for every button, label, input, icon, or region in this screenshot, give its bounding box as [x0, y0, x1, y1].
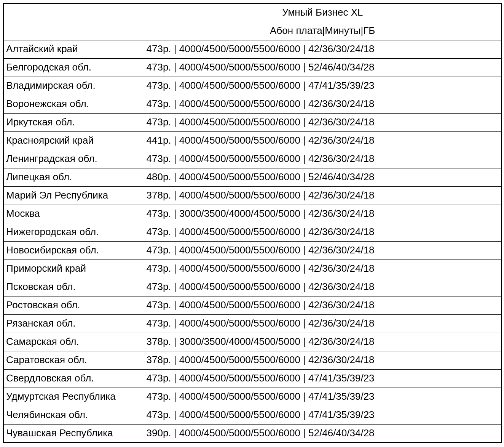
table-row: Удмуртская Республика473р. | 4000/4500/5…	[3, 388, 501, 406]
plan-cell: 473р. | 4000/4500/5000/5500/6000 | 42/36…	[144, 40, 501, 58]
minutes-value: 4000/4500/5000/5500/6000	[179, 299, 300, 311]
region-cell: Челябинская обл.	[3, 406, 144, 424]
plan-cell: 473р. | 4000/4500/5000/5500/6000 | 42/36…	[144, 260, 501, 278]
table-row: Ленинградская обл.473р. | 4000/4500/5000…	[3, 150, 501, 168]
table-row: Свердловская обл.473р. | 4000/4500/5000/…	[3, 369, 501, 388]
table-header: Умный Бизнес XL Абон плата|Минуты|ГБ	[3, 3, 501, 40]
table-row: Чувашская Республика390р. | 4000/4500/50…	[3, 424, 501, 442]
table-row: Алтайский край473р. | 4000/4500/5000/550…	[3, 40, 501, 58]
gb-value: 47/41/35/39/23	[308, 372, 375, 384]
table-row: Липецкая обл.480р. | 4000/4500/5000/5500…	[3, 168, 501, 186]
gb-value: 42/36/30/24/18	[308, 317, 375, 329]
plan-cell: 473р. | 4000/4500/5000/5500/6000 | 42/36…	[144, 95, 501, 113]
table-row: Саратовская обл.378р. | 4000/4500/5000/5…	[3, 351, 501, 369]
region-cell: Самарская обл.	[3, 333, 144, 351]
gb-value: 42/36/30/24/18	[308, 299, 375, 311]
gb-value: 42/36/30/24/18	[308, 135, 375, 146]
gb-value: 42/36/30/24/18	[308, 336, 375, 347]
minutes-value: 4000/4500/5000/5500/6000	[179, 226, 300, 237]
table-row: Псковская обл.473р. | 4000/4500/5000/550…	[3, 278, 501, 296]
price-value: 473р.	[147, 208, 171, 219]
region-cell: Удмуртская Республика	[3, 388, 144, 406]
region-cell: Воронежская обл.	[3, 95, 144, 113]
region-cell: Свердловская обл.	[3, 369, 144, 388]
minutes-value: 4000/4500/5000/5500/6000	[179, 372, 300, 384]
gb-value: 52/46/40/34/28	[308, 171, 375, 183]
price-value: 441р.	[147, 135, 171, 146]
gb-value: 52/46/40/34/28	[308, 427, 375, 439]
table-row: Владимирская обл.473р. | 4000/4500/5000/…	[3, 77, 501, 95]
gb-value: 42/36/30/24/18	[308, 153, 375, 164]
region-cell: Приморский край	[3, 260, 144, 278]
price-value: 480р.	[147, 171, 171, 183]
table-row: Иркутская обл.473р. | 4000/4500/5000/550…	[3, 113, 501, 131]
gb-value: 47/41/35/39/23	[308, 391, 375, 402]
region-cell: Липецкая обл.	[3, 168, 144, 186]
price-value: 473р.	[147, 281, 171, 292]
region-cell: Ленинградская обл.	[3, 150, 144, 168]
plan-cell: 473р. | 4000/4500/5000/5500/6000 | 42/36…	[144, 113, 501, 131]
gb-value: 42/36/30/24/18	[308, 281, 375, 292]
price-value: 473р.	[147, 409, 171, 420]
region-cell: Москва	[3, 205, 144, 223]
plan-cell: 473р. | 4000/4500/5000/5500/6000 | 47/41…	[144, 369, 501, 388]
price-value: 473р.	[147, 391, 171, 402]
minutes-value: 4000/4500/5000/5500/6000	[179, 171, 300, 183]
plan-cell: 473р. | 3000/3500/4000/4500/5000 | 42/36…	[144, 205, 501, 223]
gb-value: 42/36/30/24/18	[308, 208, 375, 219]
region-cell: Саратовская обл.	[3, 351, 144, 369]
table-row: Челябинская обл.473р. | 4000/4500/5000/5…	[3, 406, 501, 424]
price-value: 473р.	[147, 116, 171, 128]
price-value: 473р.	[147, 372, 171, 384]
plan-cell: 473р. | 4000/4500/5000/5500/6000 | 52/46…	[144, 58, 501, 77]
price-value: 473р.	[147, 226, 171, 237]
price-value: 473р.	[147, 299, 171, 311]
minutes-value: 4000/4500/5000/5500/6000	[179, 244, 300, 256]
gb-value: 42/36/30/24/18	[308, 226, 375, 237]
minutes-value: 4000/4500/5000/5500/6000	[179, 263, 300, 274]
minutes-value: 4000/4500/5000/5500/6000	[179, 409, 300, 420]
region-cell: Красноярский край	[3, 131, 144, 150]
region-cell: Марий Эл Республика	[3, 186, 144, 205]
minutes-value: 3000/3500/4000/4500/5000	[179, 208, 300, 219]
region-cell: Нижегородская обл.	[3, 223, 144, 241]
gb-value: 47/41/35/39/23	[308, 80, 375, 91]
region-cell: Псковская обл.	[3, 278, 144, 296]
minutes-value: 4000/4500/5000/5500/6000	[179, 317, 300, 329]
table-row: Нижегородская обл.473р. | 4000/4500/5000…	[3, 223, 501, 241]
table-row: Красноярский край441р. | 4000/4500/5000/…	[3, 131, 501, 150]
table-row: Рязанская обл.473р. | 4000/4500/5000/550…	[3, 314, 501, 333]
minutes-value: 4000/4500/5000/5500/6000	[179, 391, 300, 402]
gb-value: 42/36/30/24/18	[308, 189, 375, 201]
price-value: 473р.	[147, 61, 171, 73]
price-value: 473р.	[147, 153, 171, 164]
plan-cell: 441р. | 4000/4500/5000/5500/6000 | 42/36…	[144, 131, 501, 150]
plan-cell: 378р. | 4000/4500/5000/5500/6000 | 42/36…	[144, 186, 501, 205]
gb-value: 52/46/40/34/28	[308, 61, 375, 73]
minutes-value: 4000/4500/5000/5500/6000	[179, 354, 300, 365]
price-value: 473р.	[147, 244, 171, 256]
price-value: 378р.	[147, 336, 171, 347]
gb-value: 42/36/30/24/18	[308, 43, 375, 54]
plan-cell: 473р. | 4000/4500/5000/5500/6000 | 47/41…	[144, 406, 501, 424]
price-value: 390р.	[147, 427, 171, 439]
region-cell: Рязанская обл.	[3, 314, 144, 333]
plan-cell: 473р. | 4000/4500/5000/5500/6000 | 42/36…	[144, 223, 501, 241]
table-row: Новосибирская обл.473р. | 4000/4500/5000…	[3, 241, 501, 260]
header-blank-1	[3, 3, 144, 22]
price-value: 473р.	[147, 43, 171, 54]
gb-value: 47/41/35/39/23	[308, 409, 375, 420]
region-cell: Ростовская обл.	[3, 296, 144, 314]
plan-cell: 473р. | 4000/4500/5000/5500/6000 | 42/36…	[144, 314, 501, 333]
table-row: Самарская обл.378р. | 3000/3500/4000/450…	[3, 333, 501, 351]
gb-value: 42/36/30/24/18	[308, 98, 375, 109]
gb-value: 42/36/30/24/18	[308, 116, 375, 128]
region-cell: Владимирская обл.	[3, 77, 144, 95]
plan-subtitle: Абон плата|Минуты|ГБ	[144, 22, 501, 40]
price-value: 473р.	[147, 98, 171, 109]
region-cell: Чувашская Республика	[3, 424, 144, 442]
minutes-value: 3000/3500/4000/4500/5000	[179, 336, 300, 347]
table-row: Ростовская обл.473р. | 4000/4500/5000/55…	[3, 296, 501, 314]
plan-cell: 378р. | 4000/4500/5000/5500/6000 | 42/36…	[144, 351, 501, 369]
plan-cell: 473р. | 4000/4500/5000/5500/6000 | 42/36…	[144, 296, 501, 314]
